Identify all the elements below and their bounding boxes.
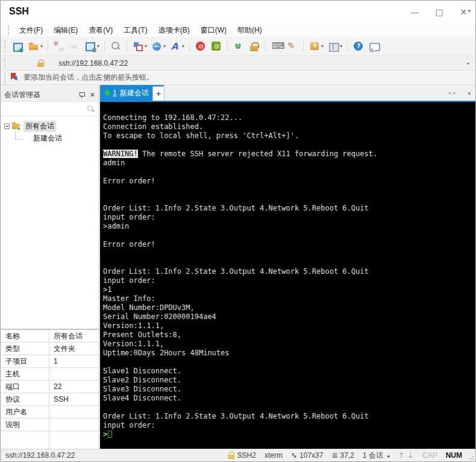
open-sessions-button[interactable]: ▾: [27, 39, 44, 54]
web-browser-button[interactable]: ▾: [149, 39, 167, 54]
term-type-label: xterm: [265, 451, 283, 460]
message-icon: [368, 40, 380, 52]
tab-scroll-arrows[interactable]: ◂▸: [448, 89, 459, 96]
xftp-button[interactable]: [209, 39, 224, 54]
toolbar-separator: [189, 41, 190, 52]
status-session-count[interactable]: 1 会话 ▴: [363, 451, 390, 461]
terminal[interactable]: Connecting to 192.168.0.47:22...Connecti…: [100, 102, 475, 449]
new-file-transfer-button[interactable]: ▾: [307, 39, 325, 54]
dropdown-caret-icon[interactable]: ▾: [97, 43, 99, 49]
menu-item[interactable]: 窗口(W): [195, 26, 232, 34]
tree-root-label[interactable]: 所有会话: [23, 121, 56, 132]
address-input[interactable]: ssh://192.168.0.47:22: [58, 59, 128, 68]
terminal-line: [103, 195, 475, 204]
terminal-line: input order:: [103, 276, 475, 285]
menu-grip-handle[interactable]: [8, 25, 10, 34]
session-tree: 所有会话 新建会话: [1, 116, 99, 329]
property-row[interactable]: 子项目1: [1, 355, 99, 368]
resize-grip[interactable]: [469, 455, 474, 460]
window-title: SSH: [9, 6, 29, 17]
status-term-type[interactable]: xterm: [265, 451, 283, 460]
help-button[interactable]: [351, 39, 366, 54]
tab-menu-caret[interactable]: ▾: [468, 90, 471, 97]
panel-close-icon[interactable]: ✕: [90, 91, 95, 99]
lock-icon: [37, 59, 45, 68]
property-row[interactable]: 说明: [1, 419, 99, 431]
terminal-line: input order:: [103, 213, 475, 222]
message-button[interactable]: [367, 39, 381, 54]
address-grip-handle[interactable]: [4, 58, 7, 68]
address-bar: ssh://192.168.0.47:22 ▾: [1, 56, 475, 71]
property-label: 用户名: [1, 407, 49, 417]
close-button[interactable]: ✕: [451, 1, 475, 24]
dropdown-caret-icon[interactable]: ▾: [321, 43, 324, 49]
tile-windows-button[interactable]: ▾: [326, 39, 343, 54]
dropdown-caret-icon[interactable]: ▾: [340, 43, 342, 49]
terminal-line: Serial Number:020000194ae4: [103, 312, 475, 321]
terminal-line: >: [103, 430, 475, 439]
lock-screen-icon: [248, 40, 260, 52]
reconnect-button[interactable]: [67, 39, 82, 54]
new-tab-button[interactable]: +: [152, 86, 164, 101]
fullscreen-button[interactable]: [231, 39, 246, 54]
maximize-button[interactable]: □: [427, 1, 451, 24]
find-button[interactable]: [108, 39, 123, 54]
tree-row-all-sessions[interactable]: 所有会话: [1, 120, 99, 132]
status-encryption[interactable]: SSH2: [228, 451, 256, 460]
toolbar-grip-handle[interactable]: [4, 40, 7, 53]
tree-child-label[interactable]: 新建会话: [33, 133, 62, 144]
menu-item[interactable]: 查看(V): [83, 26, 118, 34]
menu-item[interactable]: 帮助(H): [232, 26, 268, 34]
dropdown-caret-icon[interactable]: ▾: [145, 43, 147, 49]
tree-row-new-session[interactable]: 新建会话: [1, 132, 99, 144]
terminal-line: Order List: 1.Info 2.State 3.Output 4.Ne…: [103, 204, 475, 213]
virtual-keyboard-button[interactable]: [269, 39, 284, 54]
property-value: SSH: [49, 395, 99, 403]
highlight-pen-button[interactable]: [285, 39, 299, 54]
session-properties-button[interactable]: ▾: [83, 39, 101, 54]
property-row[interactable]: 用户名: [1, 406, 99, 419]
dropdown-caret-icon[interactable]: ▾: [40, 43, 43, 49]
property-row[interactable]: 协议SSH: [1, 393, 99, 406]
tree-expander-icon[interactable]: [4, 124, 10, 129]
status-cursor-pos[interactable]: ≣ 37,2: [331, 451, 354, 460]
session-manager-panel: 会话管理器 ✕ 所有会话 新建会话 名称所有会话类型文件夹子项目1主机端口22协…: [1, 85, 99, 449]
address-dropdown-caret[interactable]: ▾: [467, 61, 469, 66]
session-count-caret-icon: ▴: [387, 453, 390, 458]
toolbar-overflow-caret[interactable]: ▾: [468, 8, 471, 14]
terminal-line: Order List: 1.Info 2.State 3.Output 4.Ne…: [103, 267, 475, 276]
status-size[interactable]: ↔ 107x37: [291, 451, 323, 460]
notice-grip-handle[interactable]: [4, 72, 7, 82]
property-row[interactable]: 主机: [1, 368, 99, 381]
terminal-line: Uptime:0Days 2Hours 48Minutes: [103, 349, 475, 358]
menu-item[interactable]: 文件(F): [14, 26, 48, 34]
dropdown-caret-icon[interactable]: ▾: [163, 43, 166, 49]
notice-bar: 要添加当前会话，点击左侧的箭头按钮。: [1, 71, 475, 85]
terminal-line: [103, 403, 475, 412]
fullscreen-icon: [233, 40, 245, 52]
minimize-button[interactable]: —: [403, 1, 427, 24]
property-row[interactable]: 名称所有会话: [1, 330, 99, 343]
terminal-line: Present Outlets:8,: [103, 331, 475, 340]
terminal-line: [103, 358, 475, 367]
menu-item[interactable]: 编辑(E): [48, 26, 83, 34]
property-row[interactable]: 端口22: [1, 381, 99, 393]
dropdown-caret-icon[interactable]: ▾: [182, 43, 184, 49]
session-search-box[interactable]: [1, 102, 99, 116]
compose-bar-button[interactable]: ▾: [131, 39, 148, 54]
toolbar-separator: [347, 41, 348, 52]
pin-icon[interactable]: [78, 92, 85, 98]
menu-item[interactable]: 工具(T): [118, 26, 152, 34]
folder-badge-icon: [17, 127, 20, 130]
menu-item[interactable]: 选项卡(B): [153, 26, 195, 34]
terminal-line: Slave2 Disconnect.: [103, 376, 475, 385]
property-row[interactable]: 类型文件夹: [1, 343, 99, 355]
lock-screen-button[interactable]: [247, 39, 261, 54]
reconnect-icon: [69, 40, 81, 52]
disconnect-button[interactable]: [52, 39, 66, 54]
font-button[interactable]: ▾: [168, 39, 186, 54]
status-scroll-arrows[interactable]: ↑ ↓: [398, 451, 414, 460]
new-session-button[interactable]: [11, 39, 25, 54]
terminal-line: >admin: [103, 222, 475, 231]
xagent-button[interactable]: [193, 39, 208, 54]
